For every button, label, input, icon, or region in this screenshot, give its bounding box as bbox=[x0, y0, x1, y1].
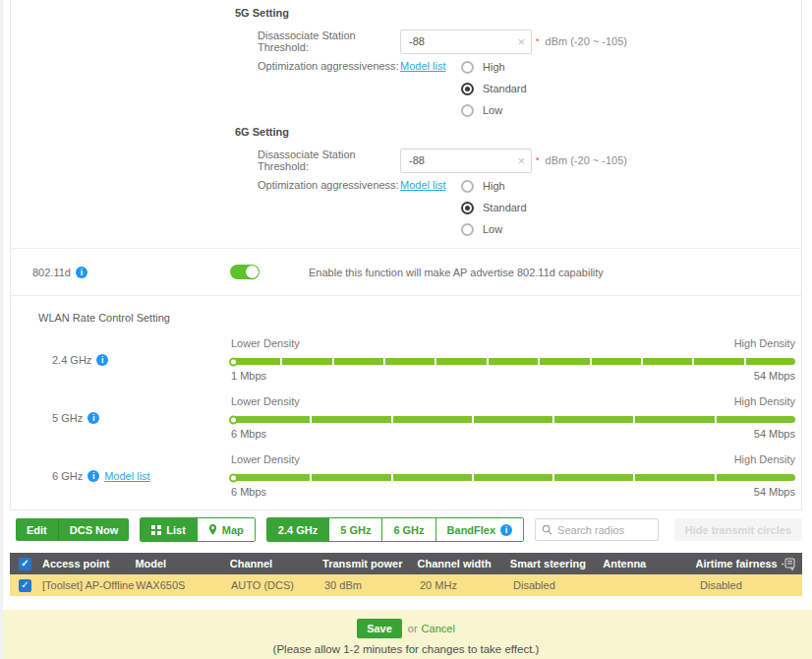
info-icon[interactable] bbox=[76, 267, 87, 278]
wlan-rate-section: WLAN Rate Control Setting 2.4 GHz Lower … bbox=[11, 295, 801, 509]
col-channel-width[interactable]: Channel width bbox=[417, 558, 509, 569]
radio-option-low[interactable]: Low bbox=[461, 218, 527, 240]
6ghz-rate-model-list-link[interactable]: Model list bbox=[104, 470, 149, 482]
clear-input-icon[interactable]: × bbox=[517, 35, 525, 48]
row-checkbox[interactable] bbox=[19, 579, 31, 592]
6g-setting-title: 6G Setting bbox=[235, 125, 801, 139]
col-antenna[interactable]: Antenna bbox=[603, 558, 695, 569]
radios-toolbar: Edit DCS Now List Map 2.4 GHz 5 GHz 6 GH… bbox=[16, 518, 802, 541]
cell-airtime-fairness: Disabled bbox=[700, 579, 786, 591]
dot11d-description: Enable this function will make AP advert… bbox=[309, 267, 604, 278]
cancel-link[interactable]: Cancel bbox=[422, 623, 455, 634]
col-airtime-fairness[interactable]: Airtime fairness bbox=[696, 558, 782, 569]
rate-row-5ghz: 5 GHz Lower Density High Density 6 Mbps … bbox=[11, 395, 801, 440]
view-toggle-group: List Map bbox=[140, 517, 256, 542]
rate-slider-area: Lower Density High Density 6 Mbps 54 Mbp… bbox=[231, 453, 799, 498]
apply-delay-note: (Please allow 1-2 minutes for changes to… bbox=[0, 643, 812, 655]
band-tab-bandflex[interactable]: BandFlex bbox=[435, 518, 524, 541]
rate-max-label: 54 Mbps bbox=[754, 486, 795, 498]
radio-option-low[interactable]: Low bbox=[461, 99, 527, 121]
rate-row-2-4ghz: 2.4 GHz Lower Density High Density 1 Mbp… bbox=[11, 337, 801, 382]
info-icon[interactable] bbox=[87, 412, 99, 424]
band-threshold-section: 5G Setting Disassociate Station Threshol… bbox=[11, 0, 801, 248]
radio-option-label: Standard bbox=[483, 202, 527, 213]
rate-band-label: 6 GHz Model list bbox=[11, 453, 231, 498]
save-footer: Save or Cancel (Please allow 1-2 minutes… bbox=[0, 610, 812, 659]
search-radios-input[interactable] bbox=[557, 524, 652, 536]
dot11d-section: 802.11d Enable this function will make A… bbox=[11, 248, 801, 295]
table-row-ap-offline[interactable]: [Toolset] AP-Offline WAX650S AUTO (DCS) … bbox=[10, 574, 802, 596]
select-all-checkbox[interactable] bbox=[19, 558, 31, 570]
toggle-knob bbox=[246, 266, 259, 278]
dot11d-toggle[interactable] bbox=[230, 265, 260, 279]
column-settings-icon[interactable] bbox=[782, 558, 802, 570]
dcs-now-button[interactable]: DCS Now bbox=[58, 518, 130, 541]
rate-slider-5ghz[interactable] bbox=[231, 416, 795, 423]
col-model[interactable]: Model bbox=[135, 558, 229, 569]
save-button[interactable]: Save bbox=[357, 619, 402, 638]
col-access-point[interactable]: Access point bbox=[42, 558, 135, 569]
slider-handle[interactable] bbox=[229, 415, 238, 424]
info-icon[interactable] bbox=[96, 354, 108, 366]
col-channel[interactable]: Channel bbox=[230, 558, 322, 569]
band-tab-6ghz[interactable]: 6 GHz bbox=[381, 518, 435, 541]
required-asterisk: * bbox=[536, 155, 540, 165]
rate-band-label: 2.4 GHz bbox=[11, 337, 231, 382]
info-icon[interactable] bbox=[87, 470, 99, 482]
radio-icon bbox=[461, 83, 474, 95]
rate-row-6ghz: 6 GHz Model list Lower Density High Dens… bbox=[11, 453, 801, 498]
6g-model-list-link[interactable]: Model list bbox=[400, 175, 461, 191]
slider-handle[interactable] bbox=[229, 473, 238, 482]
table-header-row: Access point Model Channel Transmit powe… bbox=[10, 553, 802, 574]
action-button-group: Edit DCS Now bbox=[16, 518, 129, 541]
radio-icon bbox=[461, 223, 474, 236]
density-left-label: Lower Density bbox=[231, 337, 300, 349]
5g-setting-title: 5G Setting bbox=[235, 6, 801, 20]
cell-model: WAX650S bbox=[136, 579, 231, 591]
rate-slider-2-4ghz[interactable] bbox=[231, 358, 795, 365]
edit-button[interactable]: Edit bbox=[16, 518, 58, 541]
5g-model-list-link[interactable]: Model list bbox=[400, 56, 461, 72]
col-transmit-power[interactable]: Transmit power bbox=[322, 558, 417, 569]
map-pin-icon bbox=[208, 524, 217, 535]
radio-icon bbox=[461, 61, 474, 74]
aggressiveness-label: Optimization aggressiveness: bbox=[258, 175, 400, 191]
cell-channel-width: 20 MHz bbox=[420, 579, 513, 591]
radio-option-high[interactable]: High bbox=[461, 56, 527, 78]
clear-input-icon[interactable]: × bbox=[517, 154, 525, 167]
search-icon bbox=[542, 524, 552, 535]
radio-option-standard[interactable]: Standard bbox=[461, 197, 527, 218]
rate-max-label: 54 Mbps bbox=[754, 370, 795, 382]
list-view-button[interactable]: List bbox=[141, 518, 197, 541]
density-left-label: Lower Density bbox=[231, 395, 300, 407]
map-view-button[interactable]: Map bbox=[197, 518, 255, 541]
radio-option-label: Low bbox=[483, 104, 502, 116]
band-tab-2-4ghz[interactable]: 2.4 GHz bbox=[267, 518, 328, 541]
band-filter-group: 2.4 GHz 5 GHz 6 GHz BandFlex bbox=[266, 517, 524, 542]
radio-option-standard[interactable]: Standard bbox=[461, 78, 527, 99]
hide-transmit-circles-button: Hide transmit circles bbox=[674, 518, 802, 541]
slider-handle[interactable] bbox=[229, 357, 238, 366]
col-smart-steering[interactable]: Smart steering bbox=[510, 558, 603, 569]
5g-threshold-input[interactable] bbox=[400, 30, 532, 54]
cell-channel: AUTO (DCS) bbox=[231, 579, 324, 591]
aggressiveness-label: Optimization aggressiveness: bbox=[258, 56, 400, 72]
density-left-label: Lower Density bbox=[231, 453, 300, 465]
6g-threshold-input[interactable] bbox=[400, 149, 532, 173]
info-icon[interactable] bbox=[500, 524, 512, 536]
6g-setting-group: 6G Setting Disassociate Station Threshol… bbox=[11, 125, 801, 240]
radio-icon bbox=[461, 202, 474, 214]
radio-icon bbox=[461, 180, 474, 193]
radio-option-label: High bbox=[483, 180, 505, 192]
list-view-label: List bbox=[166, 524, 186, 536]
threshold-input-wrap: × bbox=[400, 149, 532, 173]
band-tab-5ghz[interactable]: 5 GHz bbox=[328, 518, 381, 541]
6g-aggressiveness-row: Optimization aggressiveness: Model list … bbox=[258, 175, 801, 240]
cell-transmit-power: 30 dBm bbox=[324, 579, 420, 591]
map-view-label: Map bbox=[222, 524, 244, 536]
radio-option-high[interactable]: High bbox=[461, 175, 527, 197]
rate-slider-6ghz[interactable] bbox=[231, 474, 795, 481]
search-box bbox=[535, 518, 659, 541]
rate-min-label: 6 Mbps bbox=[231, 486, 266, 498]
threshold-range-hint: dBm (-20 ~ -105) bbox=[546, 154, 627, 166]
